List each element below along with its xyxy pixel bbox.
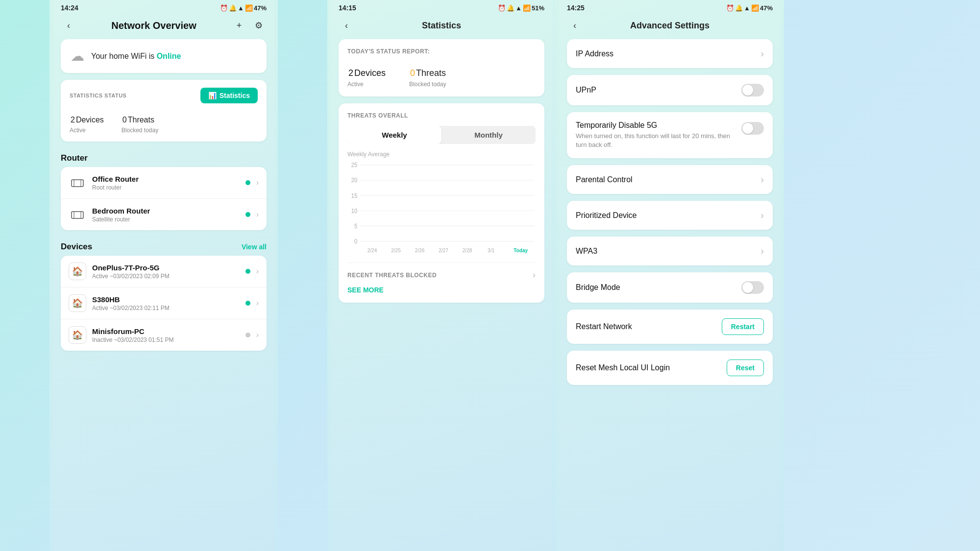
threats-overall-label: THREATS OVERALL <box>347 112 536 119</box>
svg-text:2/25: 2/25 <box>391 247 401 253</box>
add-button[interactable]: + <box>231 18 247 33</box>
panel-statistics: 14:15 ⏰ 🔔 ▲ 📶 51% ‹ Statistics TODAY'S S… <box>327 0 556 551</box>
svg-text:2/26: 2/26 <box>415 247 425 253</box>
panel-advanced-settings: 14:25 ⏰ 🔔 ▲ 📶 47% ‹ Advanced Settings IP… <box>556 0 784 551</box>
settings-wpa3[interactable]: WPA3 › <box>567 237 773 265</box>
device-sub-1: Active ~03/02/2023 02:11 PM <box>92 305 240 311</box>
time-1: 14:24 <box>61 4 78 12</box>
reset-button[interactable]: Reset <box>727 359 764 376</box>
prioritized-chevron: › <box>760 210 764 221</box>
time-2: 14:15 <box>339 4 356 12</box>
page-title-2: Statistics <box>354 21 529 31</box>
device-sub-0: Active ~03/02/2023 02:09 PM <box>92 273 240 280</box>
svg-text:10: 10 <box>351 207 358 214</box>
settings-list-wpa3: WPA3 › <box>567 237 773 265</box>
statistics-button[interactable]: 📊 Statistics <box>200 88 258 103</box>
status-bar-2: 14:15 ⏰ 🔔 ▲ 📶 51% <box>331 0 552 16</box>
settings-group-restart: Restart Network Restart <box>567 310 773 344</box>
panel-network-overview: 14:24 ⏰ 🔔 ▲ 📶 47% ‹ Network Overview + ⚙… <box>49 0 278 551</box>
settings-list-parental: Parental Control › <box>567 165 773 194</box>
devices-sub: Active <box>70 127 104 134</box>
disable-5g-text: Temporarily Disable 5G When turned on, t… <box>576 121 741 149</box>
cloud-icon: ☁ <box>71 48 84 64</box>
device-item-1[interactable]: 🏠 S380HB Active ~03/02/2023 02:11 PM › <box>61 287 267 319</box>
settings-list-prioritized: Prioritized Device › <box>567 201 773 230</box>
settings-prioritized-device[interactable]: Prioritized Device › <box>567 201 773 230</box>
settings-upnp: UPnP <box>567 75 773 105</box>
header-3: ‹ Advanced Settings <box>559 16 781 39</box>
settings-group-wpa3: WPA3 › <box>567 237 773 265</box>
device-sub-2: Inactive ~03/02/2023 01:51 PM <box>92 336 240 343</box>
settings-bridge-mode: Bridge Mode <box>567 272 773 303</box>
upnp-toggle[interactable] <box>741 84 764 96</box>
signal-icon-2: 📶 <box>523 4 531 12</box>
wifi-signal-icon-3: ▲ <box>744 4 750 12</box>
threats-sub: Blocked today <box>122 127 158 134</box>
device-item-2[interactable]: 🏠 Minisforum-PC Inactive ~03/02/2023 01:… <box>61 319 267 351</box>
disable-5g-toggle[interactable] <box>741 122 764 135</box>
tab-weekly[interactable]: Weekly <box>347 126 441 144</box>
bridge-mode-toggle[interactable] <box>741 281 764 294</box>
notification-icon-3: 🔔 <box>735 4 743 12</box>
svg-rect-3 <box>72 212 83 218</box>
stats-numbers: 2Devices Active 0Threats Blocked today <box>70 110 258 134</box>
chart-area: 25 20 15 10 5 0 <box>347 161 536 259</box>
router-office-status-dot <box>245 180 250 185</box>
device-2-dot <box>245 333 250 337</box>
header-2: ‹ Statistics <box>331 16 552 39</box>
settings-group-prioritized: Prioritized Device › <box>567 201 773 230</box>
content-1: ☁ Your home WiFi is Online STATISTICS ST… <box>53 39 274 551</box>
settings-list-upnp: UPnP <box>567 75 773 105</box>
threats-stat: 0Threats Blocked today <box>122 110 158 134</box>
report-threats-sub: Blocked today <box>409 81 446 88</box>
router-item-bedroom[interactable]: Bedroom Router Satellite router › <box>61 199 267 230</box>
devices-count: 2Devices <box>70 110 104 126</box>
devices-section-header: Devices View all <box>61 237 267 256</box>
tab-monthly[interactable]: Monthly <box>441 126 536 144</box>
battery-2: 51% <box>532 4 544 12</box>
svg-rect-0 <box>72 180 83 187</box>
battery-1: 47% <box>254 4 267 12</box>
router-bedroom-chevron: › <box>256 210 259 219</box>
device-name-0: OnePlus-7T-Pro-5G <box>92 264 240 272</box>
settings-parental-control[interactable]: Parental Control › <box>567 165 773 194</box>
back-button-3[interactable]: ‹ <box>567 18 583 33</box>
device-0-chevron: › <box>256 267 259 276</box>
settings-list-ip: IP Address › <box>567 39 773 68</box>
report-threats-count: 0Threats <box>409 62 446 80</box>
restart-button[interactable]: Restart <box>722 318 764 335</box>
settings-group-reset: Reset Mesh Local UI Login Reset <box>567 351 773 385</box>
settings-button[interactable]: ⚙ <box>251 18 267 33</box>
device-item-0[interactable]: 🏠 OnePlus-7T-Pro-5G Active ~03/02/2023 0… <box>61 256 267 287</box>
wpa3-chevron: › <box>760 245 764 257</box>
signal-icon: 📶 <box>245 4 253 12</box>
status-bar-3: 14:25 ⏰ 🔔 ▲ 📶 47% <box>559 0 781 16</box>
back-button-2[interactable]: ‹ <box>339 18 354 33</box>
wifi-status-text: Your home WiFi is Online <box>91 52 181 61</box>
status-icons-3: ⏰ 🔔 ▲ 📶 47% <box>726 4 773 12</box>
recent-threats-chevron[interactable]: › <box>533 270 536 280</box>
statistics-button-label: Statistics <box>220 92 250 99</box>
stats-card-header: STATISTICS STATUS 📊 Statistics <box>70 88 258 103</box>
router-item-office[interactable]: Office Router Root router › <box>61 167 267 199</box>
online-status: Online <box>157 52 181 60</box>
router-icon-1 <box>69 174 86 192</box>
device-1-dot <box>245 301 250 306</box>
settings-group-ip: IP Address › <box>567 39 773 68</box>
see-more-button[interactable]: SEE MORE <box>347 280 384 294</box>
recent-threats-label: RECENT THREATS BLOCKED <box>347 272 437 279</box>
tab-group: Weekly Monthly <box>347 126 536 144</box>
battery-3: 47% <box>760 4 773 12</box>
router-bedroom-text: Bedroom Router Satellite router <box>92 207 240 223</box>
back-button-1[interactable]: ‹ <box>61 18 76 33</box>
status-icons-1: ⏰ 🔔 ▲ 📶 47% <box>220 4 267 12</box>
svg-text:0: 0 <box>354 238 358 244</box>
view-all-button[interactable]: View all <box>242 243 267 251</box>
chart-label: Weekly Average <box>347 151 536 158</box>
router-office-chevron: › <box>256 178 259 187</box>
settings-ip-address[interactable]: IP Address › <box>567 39 773 68</box>
settings-list-5g: Temporarily Disable 5G When turned on, t… <box>567 112 773 158</box>
devices-title: Devices <box>61 242 92 252</box>
settings-list-bridge: Bridge Mode <box>567 272 773 303</box>
wifi-signal-icon: ▲ <box>238 4 244 12</box>
